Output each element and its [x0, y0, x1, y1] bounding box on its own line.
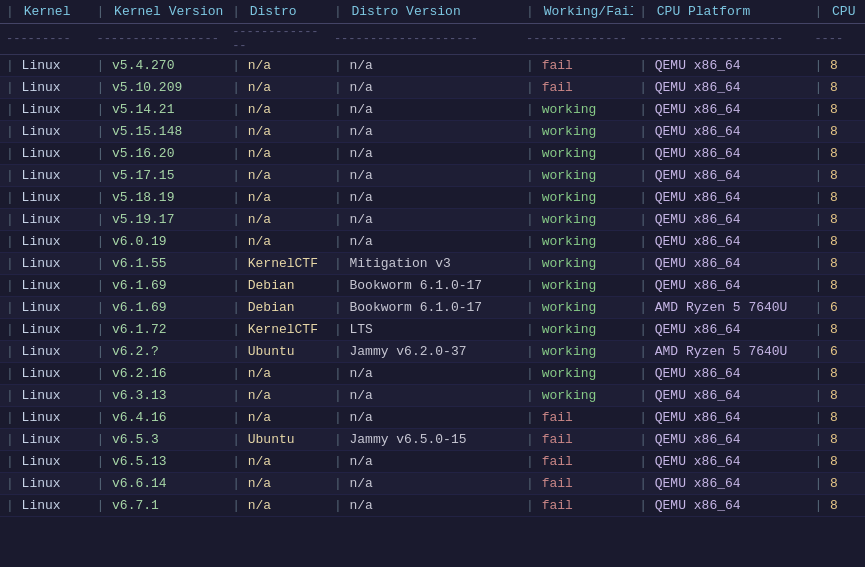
cell-distro: | n/a — [226, 209, 328, 231]
cell-distro-version: | n/a — [328, 77, 520, 99]
table-row: | Linux | v5.10.209 | n/a | n/a | fail |… — [0, 77, 865, 99]
cell-distro-version: | n/a — [328, 55, 520, 77]
cell-kernel: | Linux — [0, 55, 90, 77]
cell-kernel-version: | v5.18.19 — [90, 187, 226, 209]
cell-kernel-version: | v6.3.13 — [90, 385, 226, 407]
cell-working-fail: | working — [520, 275, 633, 297]
cell-kernel: | Linux — [0, 209, 90, 231]
cell-kernel-version: | v6.0.19 — [90, 231, 226, 253]
cell-working-fail: | working — [520, 143, 633, 165]
cell-distro: | Debian — [226, 275, 328, 297]
sep-distro: -------------- — [226, 24, 328, 55]
cell-distro-version: | n/a — [328, 121, 520, 143]
cell-kernel: | Linux — [0, 319, 90, 341]
table-row: | Linux | v5.19.17 | n/a | n/a | working… — [0, 209, 865, 231]
cell-cpu-platform: | QEMU x86_64 — [633, 231, 808, 253]
cell-working-fail: | working — [520, 99, 633, 121]
cell-distro: | n/a — [226, 143, 328, 165]
cell-kernel-version: | v6.2.16 — [90, 363, 226, 385]
cell-working-fail: | fail — [520, 55, 633, 77]
cell-kernel: | Linux — [0, 407, 90, 429]
table-separator-row: --------- ----------------- ------------… — [0, 24, 865, 55]
table-row: | Linux | v6.0.19 | n/a | n/a | working … — [0, 231, 865, 253]
cell-distro: | n/a — [226, 407, 328, 429]
cell-kernel-version: | v6.1.69 — [90, 297, 226, 319]
table-row: | Linux | v5.4.270 | n/a | n/a | fail | … — [0, 55, 865, 77]
cell-working-fail: | fail — [520, 407, 633, 429]
cell-kernel: | Linux — [0, 187, 90, 209]
cell-cpu-platform: | QEMU x86_64 — [633, 473, 808, 495]
cell-cpu: | 8 — [808, 385, 865, 407]
cell-distro: | Ubuntu — [226, 429, 328, 451]
cell-kernel: | Linux — [0, 77, 90, 99]
th-working-fail: | Working/Fail — [520, 0, 633, 24]
table-body: | Linux | v5.4.270 | n/a | n/a | fail | … — [0, 55, 865, 517]
cell-distro-version: | n/a — [328, 473, 520, 495]
main-table-container: | Kernel | Kernel Version | Distro | Dis… — [0, 0, 865, 517]
cell-distro-version: | n/a — [328, 231, 520, 253]
table-row: | Linux | v6.7.1 | n/a | n/a | fail | QE… — [0, 495, 865, 517]
cell-cpu-platform: | AMD Ryzen 5 7640U — [633, 341, 808, 363]
cell-distro: | n/a — [226, 385, 328, 407]
cell-distro-version: | n/a — [328, 363, 520, 385]
cell-kernel-version: | v6.1.55 — [90, 253, 226, 275]
cell-cpu: | 8 — [808, 55, 865, 77]
cell-distro: | n/a — [226, 99, 328, 121]
table-row: | Linux | v6.1.55 | KernelCTF | Mitigati… — [0, 253, 865, 275]
cell-working-fail: | working — [520, 187, 633, 209]
cell-kernel-version: | v5.14.21 — [90, 99, 226, 121]
cell-kernel-version: | v6.4.16 — [90, 407, 226, 429]
cell-cpu: | 8 — [808, 495, 865, 517]
sep-wf: -------------- — [520, 24, 633, 55]
cell-kernel: | Linux — [0, 385, 90, 407]
cell-distro-version: | Jammy v6.2.0-37 — [328, 341, 520, 363]
table-row: | Linux | v5.16.20 | n/a | n/a | working… — [0, 143, 865, 165]
cell-kernel: | Linux — [0, 473, 90, 495]
table-row: | Linux | v6.4.16 | n/a | n/a | fail | Q… — [0, 407, 865, 429]
cell-kernel-version: | v6.6.14 — [90, 473, 226, 495]
cell-cpu-platform: | QEMU x86_64 — [633, 143, 808, 165]
cell-distro: | n/a — [226, 495, 328, 517]
th-cpu-platform: | CPU Platform — [633, 0, 808, 24]
cell-cpu: | 8 — [808, 319, 865, 341]
cell-kernel-version: | v5.19.17 — [90, 209, 226, 231]
cell-distro-version: | n/a — [328, 451, 520, 473]
cell-kernel: | Linux — [0, 429, 90, 451]
cell-distro: | Debian — [226, 297, 328, 319]
table-row: | Linux | v5.18.19 | n/a | n/a | working… — [0, 187, 865, 209]
cell-cpu: | 8 — [808, 231, 865, 253]
cell-distro-version: | n/a — [328, 385, 520, 407]
cell-cpu: | 8 — [808, 363, 865, 385]
cell-kernel: | Linux — [0, 165, 90, 187]
sep-cpu: ---- — [808, 24, 865, 55]
cell-kernel-version: | v6.7.1 — [90, 495, 226, 517]
cell-working-fail: | fail — [520, 451, 633, 473]
cell-distro: | n/a — [226, 77, 328, 99]
cell-cpu: | 8 — [808, 77, 865, 99]
cell-distro-version: | n/a — [328, 143, 520, 165]
cell-cpu: | 8 — [808, 429, 865, 451]
th-distro: | Distro — [226, 0, 328, 24]
table-row: | Linux | v6.6.14 | n/a | n/a | fail | Q… — [0, 473, 865, 495]
table-row: | Linux | v6.1.69 | Debian | Bookworm 6.… — [0, 275, 865, 297]
cell-kernel-version: | v6.5.13 — [90, 451, 226, 473]
cell-kernel-version: | v5.17.15 — [90, 165, 226, 187]
table-header-row: | Kernel | Kernel Version | Distro | Dis… — [0, 0, 865, 24]
table-row: | Linux | v6.3.13 | n/a | n/a | working … — [0, 385, 865, 407]
cell-cpu: | 8 — [808, 121, 865, 143]
cell-cpu-platform: | QEMU x86_64 — [633, 385, 808, 407]
table-row: | Linux | v6.2.16 | n/a | n/a | working … — [0, 363, 865, 385]
cell-working-fail: | working — [520, 231, 633, 253]
cell-cpu-platform: | QEMU x86_64 — [633, 55, 808, 77]
table-row: | Linux | v6.1.72 | KernelCTF | LTS | wo… — [0, 319, 865, 341]
cell-cpu-platform: | QEMU x86_64 — [633, 319, 808, 341]
cell-distro-version: | LTS — [328, 319, 520, 341]
cell-distro: | n/a — [226, 231, 328, 253]
cell-cpu: | 8 — [808, 407, 865, 429]
cell-distro-version: | n/a — [328, 187, 520, 209]
cell-cpu-platform: | QEMU x86_64 — [633, 275, 808, 297]
th-kernel: | Kernel — [0, 0, 90, 24]
table-row: | Linux | v5.17.15 | n/a | n/a | working… — [0, 165, 865, 187]
cell-distro: | n/a — [226, 473, 328, 495]
th-distro-version: | Distro Version — [328, 0, 520, 24]
